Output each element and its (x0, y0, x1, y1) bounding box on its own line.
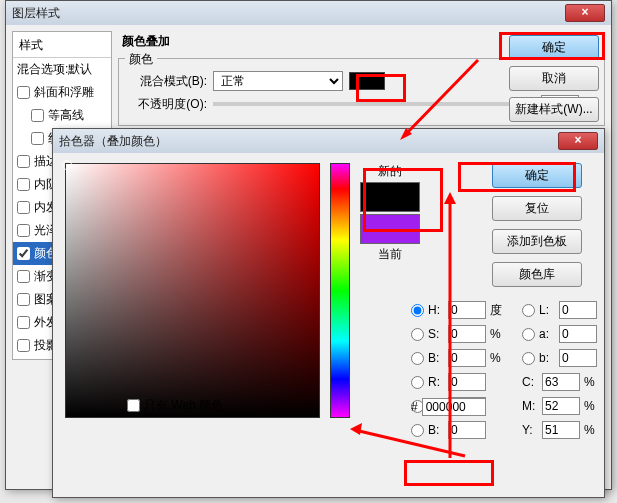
opacity-slider[interactable] (213, 102, 535, 106)
color-picker-dialog: 拾色器（叠加颜色） × 新的 当前 确定 复位 添加到色板 颜色库 H:度 L:… (52, 128, 605, 498)
r-input[interactable] (448, 373, 486, 391)
a-input[interactable] (559, 325, 597, 343)
h-radio[interactable] (411, 304, 424, 317)
new-style-button[interactable]: 新建样式(W)... (509, 97, 599, 122)
c-input[interactable] (542, 373, 580, 391)
cancel-button[interactable]: 取消 (509, 66, 599, 91)
r-radio[interactable] (411, 376, 424, 389)
style-check[interactable] (17, 224, 30, 237)
current-color-preview[interactable] (360, 214, 420, 244)
picker-ok-button[interactable]: 确定 (492, 163, 582, 188)
m-input[interactable] (542, 397, 580, 415)
color-values: H:度 L: S:% a: B:% b: R: C:% G: M:% B: Y:… (411, 301, 597, 439)
ok-button[interactable]: 确定 (509, 35, 599, 60)
picker-titlebar[interactable]: 拾色器（叠加颜色） × (53, 129, 604, 153)
new-color-preview (360, 182, 420, 212)
picker-title: 拾色器（叠加颜色） (59, 133, 167, 150)
style-check[interactable] (17, 86, 30, 99)
b-lab-input[interactable] (559, 349, 597, 367)
l-radio[interactable] (522, 304, 535, 317)
style-item: 混合选项:默认 (13, 58, 111, 81)
style-check[interactable] (17, 178, 30, 191)
blend-mode-select[interactable]: 正常 (213, 71, 343, 91)
color-libraries-button[interactable]: 颜色库 (492, 262, 582, 287)
hex-label: # (411, 400, 418, 414)
a-radio[interactable] (522, 328, 535, 341)
style-check[interactable] (17, 247, 30, 260)
hue-slider[interactable] (330, 163, 350, 418)
color-field[interactable] (65, 163, 320, 418)
opacity-label: 不透明度(O): (127, 96, 207, 113)
blend-mode-label: 混合模式(B): (127, 73, 207, 90)
b-radio-lab[interactable] (522, 352, 535, 365)
web-only-label: 只有 Web 颜色 (144, 397, 223, 414)
style-check[interactable] (17, 201, 30, 214)
style-item: 斜面和浮雕 (13, 81, 111, 104)
close-icon[interactable]: × (565, 4, 605, 22)
style-check[interactable] (17, 293, 30, 306)
new-color-label: 新的 (378, 163, 402, 180)
color-cursor-icon (62, 160, 72, 170)
close-icon[interactable]: × (558, 132, 598, 150)
style-check[interactable] (17, 316, 30, 329)
hex-input[interactable] (422, 398, 486, 416)
y-input[interactable] (542, 421, 580, 439)
style-check[interactable] (17, 155, 30, 168)
color-group-legend: 颜色 (125, 51, 157, 68)
add-swatch-button[interactable]: 添加到色板 (492, 229, 582, 254)
current-color-label: 当前 (378, 246, 402, 263)
s-radio[interactable] (411, 328, 424, 341)
style-check[interactable] (17, 270, 30, 283)
l-input[interactable] (559, 301, 597, 319)
s-input[interactable] (448, 325, 486, 343)
picker-reset-button[interactable]: 复位 (492, 196, 582, 221)
style-check[interactable] (31, 132, 44, 145)
styles-header[interactable]: 样式 (13, 34, 111, 58)
web-only-check[interactable] (127, 399, 140, 412)
style-item: 等高线 (13, 104, 111, 127)
b-rgb-input[interactable] (448, 421, 486, 439)
color-swatch[interactable] (349, 72, 385, 90)
b-radio-hsb[interactable] (411, 352, 424, 365)
b-hsb-input[interactable] (448, 349, 486, 367)
b-radio-rgb[interactable] (411, 424, 424, 437)
layer-style-title: 图层样式 (12, 5, 60, 22)
style-check[interactable] (17, 339, 30, 352)
h-input[interactable] (448, 301, 486, 319)
style-check[interactable] (31, 109, 44, 122)
layer-style-titlebar[interactable]: 图层样式 × (6, 1, 611, 25)
